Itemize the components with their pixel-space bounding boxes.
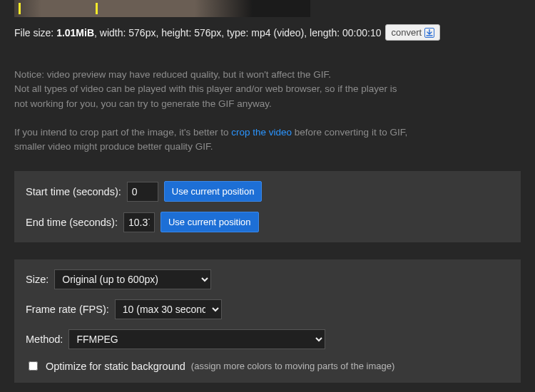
size-label: Size: [26, 274, 49, 285]
file-info: File size: 1.01MiB, width: 576px, height… [14, 24, 521, 41]
convert-download-label: convert [391, 27, 422, 38]
method-label: Method: [26, 334, 63, 345]
end-time-label: End time (seconds): [26, 217, 118, 228]
notice-line5: smaller video might produce better quali… [14, 140, 521, 154]
optimize-label: Optimize for static background [46, 361, 185, 372]
file-size-prefix: File size: [14, 27, 56, 38]
notice-line4b: before converting it to GIF, [292, 127, 407, 138]
method-select[interactable]: FFMPEG [68, 329, 325, 349]
optimize-checkbox[interactable] [29, 361, 38, 371]
options-panel: Size: Original (up to 600px) Frame rate … [14, 259, 521, 383]
time-panel: Start time (seconds): Use current positi… [14, 171, 521, 242]
file-size: 1.01MiB [56, 27, 94, 38]
notice-line1: Notice: video preview may have reduced q… [14, 68, 521, 82]
notice-text: Notice: video preview may have reduced q… [14, 68, 521, 154]
notice-line3: not working for you, you can try to gene… [14, 97, 521, 111]
start-time-label: Start time (seconds): [26, 186, 121, 197]
file-length-label: , length: [304, 27, 342, 38]
file-width-label: , width: [94, 27, 128, 38]
size-select[interactable]: Original (up to 600px) [54, 269, 211, 289]
download-icon [424, 28, 434, 38]
notice-line4a: If you intend to crop part of the image,… [14, 127, 231, 138]
file-length: 00:00:10 [342, 27, 382, 38]
fps-label: Frame rate (FPS): [26, 304, 109, 315]
crop-video-link[interactable]: crop the video [231, 127, 292, 138]
optimize-hint: (assign more colors to moving parts of t… [191, 361, 394, 371]
start-time-input[interactable] [127, 182, 158, 202]
file-height: 576px [194, 27, 221, 38]
file-height-label: , height: [156, 27, 194, 38]
file-type-label: , type: [221, 27, 251, 38]
video-thumbnail [14, 0, 310, 17]
file-type: mp4 (video) [251, 27, 304, 38]
end-time-input[interactable] [123, 212, 155, 232]
use-current-end-button[interactable]: Use current position [160, 212, 259, 232]
fps-select[interactable]: 10 (max 30 seconds) [115, 299, 222, 319]
notice-line2: Not all types of video can be played wit… [14, 82, 521, 96]
file-width: 576px [128, 27, 156, 38]
convert-download-button[interactable]: convert [385, 24, 440, 41]
use-current-start-button[interactable]: Use current position [164, 181, 263, 202]
